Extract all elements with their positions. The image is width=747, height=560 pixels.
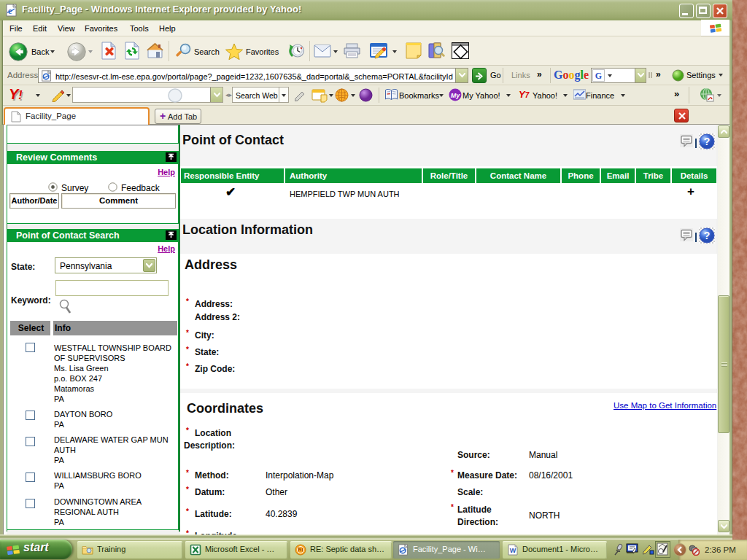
svg-text:?: ? (704, 136, 711, 147)
svg-text:My: My (451, 92, 460, 99)
svg-text:?: ? (704, 230, 711, 241)
svg-text:W: W (510, 547, 516, 554)
